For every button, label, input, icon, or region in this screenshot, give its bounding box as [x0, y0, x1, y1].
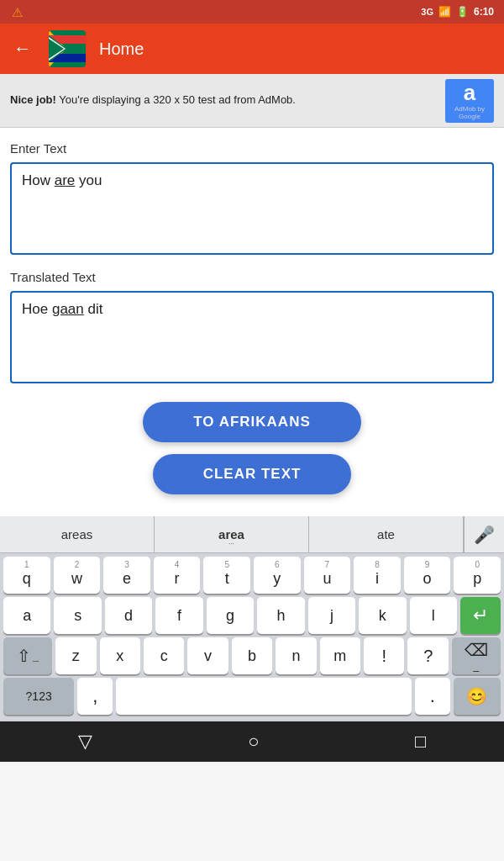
key-i[interactable]: 8i	[354, 557, 401, 594]
key-z[interactable]: z	[55, 637, 96, 674]
key-c[interactable]: c	[144, 637, 184, 674]
key-q[interactable]: 1q	[3, 557, 50, 594]
clear-text-button[interactable]: CLEAR TEXT	[153, 454, 352, 494]
suggestion-ate[interactable]: ate	[309, 516, 464, 552]
keyboard: areas area ··· ate 🎤 1q 2w 3e 4r 5t 6y 7…	[0, 516, 504, 721]
period-key[interactable]: .	[415, 678, 450, 715]
nav-recent-button[interactable]: □	[398, 724, 443, 759]
emoji-key[interactable]: 😊	[454, 678, 501, 715]
key-p[interactable]: 0p	[454, 557, 501, 594]
key-h[interactable]: h	[257, 597, 304, 634]
enter-text-label: Enter Text	[10, 141, 494, 156]
shift-key[interactable]: ⇧_	[3, 637, 52, 674]
action-buttons: TO AFRIKAANS CLEAR TEXT	[10, 402, 494, 494]
key-b[interactable]: b	[232, 637, 272, 674]
key-f[interactable]: f	[155, 597, 202, 634]
key-n[interactable]: n	[276, 637, 316, 674]
nav-back-button[interactable]: ▽	[61, 724, 109, 759]
keyboard-rows: 1q 2w 3e 4r 5t 6y 7u 8i 9o 0p a s d f g …	[0, 553, 504, 715]
to-afrikaans-button[interactable]: TO AFRIKAANS	[143, 402, 361, 442]
key-x[interactable]: x	[100, 637, 140, 674]
flag-icon	[49, 30, 86, 67]
signal-bars-icon: 📶	[438, 6, 451, 18]
status-bar: ⚠ 3G 📶 🔋 6:10	[0, 0, 504, 24]
bottom-nav: ▽ ○ □	[0, 721, 504, 762]
app-title: Home	[99, 40, 144, 59]
translated-text-label: Translated Text	[10, 270, 494, 284]
key-row-4: ?123 , . 😊	[3, 678, 501, 715]
ad-logo-sub: AdMob by Google	[445, 105, 494, 120]
comma-key[interactable]: ,	[77, 678, 113, 715]
word-are: are	[55, 172, 76, 188]
nav-home-button[interactable]: ○	[231, 724, 276, 759]
key-r[interactable]: 4r	[154, 557, 201, 594]
key-row-2: a s d f g h j k l ↵	[3, 597, 501, 634]
suggestion-area[interactable]: area ···	[155, 516, 309, 552]
mic-button[interactable]: 🎤	[464, 516, 504, 552]
key-l[interactable]: l	[410, 597, 457, 634]
key-exclaim[interactable]: !	[364, 637, 404, 674]
ad-logo-letter: a	[464, 82, 475, 103]
key-v[interactable]: v	[187, 637, 228, 674]
ad-banner[interactable]: Nice job! You're displaying a 320 x 50 t…	[0, 74, 504, 128]
ad-text: Nice job! You're displaying a 320 x 50 t…	[10, 92, 435, 108]
key-m[interactable]: m	[320, 637, 360, 674]
ad-text-bold: Nice job!	[10, 93, 56, 106]
key-a[interactable]: a	[3, 597, 50, 634]
key-j[interactable]: j	[308, 597, 355, 634]
key-e[interactable]: 3e	[103, 557, 150, 594]
enter-key[interactable]: ↵	[460, 597, 501, 634]
key-t[interactable]: 5t	[203, 557, 250, 594]
back-button[interactable]: ←	[10, 34, 35, 63]
key-d[interactable]: d	[105, 597, 152, 634]
app-bar: ← Home	[0, 24, 504, 74]
key-y[interactable]: 6y	[254, 557, 301, 594]
ad-text-body: You're displaying a 320 x 50 test ad fro…	[56, 93, 296, 106]
keyboard-suggestions: areas area ··· ate 🎤	[0, 516, 504, 553]
translated-text-box: Hoe gaan dit	[10, 291, 494, 383]
status-icons: 3G 📶 🔋 6:10	[421, 6, 494, 18]
key-row-3: ⇧_ z x c v b n m ! ? ⌫_	[3, 637, 501, 674]
main-content: Enter Text How are you Translated Text H…	[0, 128, 504, 516]
suggestion-areas[interactable]: areas	[0, 516, 155, 552]
word-gaan: gaan	[52, 301, 84, 317]
key-w[interactable]: 2w	[54, 557, 101, 594]
time-display: 6:10	[474, 6, 494, 18]
space-key[interactable]	[116, 678, 411, 715]
backspace-key[interactable]: ⌫_	[452, 637, 501, 674]
key-k[interactable]: k	[359, 597, 406, 634]
battery-icon: 🔋	[456, 6, 469, 18]
key-question[interactable]: ?	[407, 637, 448, 674]
sym-key[interactable]: ?123	[3, 678, 74, 715]
key-s[interactable]: s	[54, 597, 101, 634]
alert-indicator: ⚠	[12, 5, 23, 20]
key-o[interactable]: 9o	[404, 557, 451, 594]
key-g[interactable]: g	[207, 597, 254, 634]
key-row-1: 1q 2w 3e 4r 5t 6y 7u 8i 9o 0p	[3, 557, 501, 594]
key-u[interactable]: 7u	[304, 557, 351, 594]
enter-text-input[interactable]: How are you	[10, 162, 494, 255]
ad-logo: a AdMob by Google	[445, 79, 494, 123]
signal-icon: 3G	[421, 7, 433, 17]
